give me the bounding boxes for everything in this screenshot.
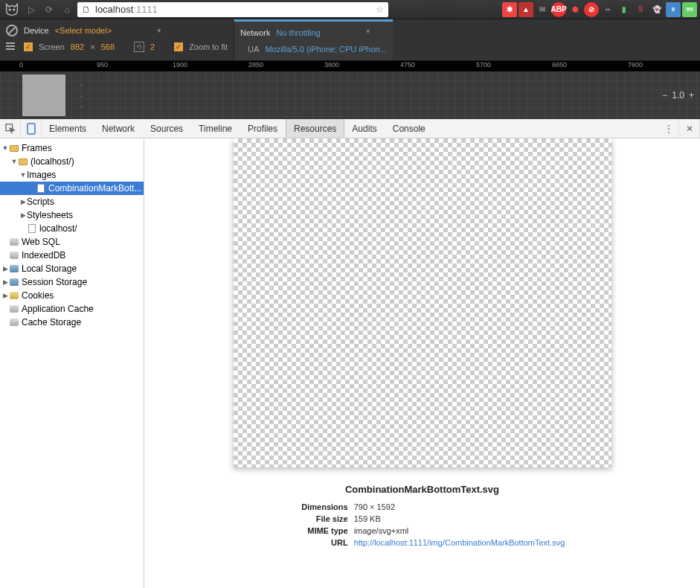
menu-icon[interactable] <box>6 42 18 52</box>
screen-height[interactable]: 568 <box>101 42 115 51</box>
device-mode-icon[interactable] <box>21 119 42 138</box>
tab-network[interactable]: Network <box>94 119 143 138</box>
zoom-checkbox[interactable]: ✓ <box>174 42 183 51</box>
viewport-ruler-area: 0 950 1900 2850 3800 4750 5700 6650 7600… <box>0 61 700 119</box>
zoom-control[interactable]: − 1.0 + <box>662 90 694 100</box>
zoom-label: Zoom to fit <box>189 42 228 51</box>
reload-button[interactable]: ⟳ <box>42 2 57 17</box>
tab-sources[interactable]: Sources <box>143 119 191 138</box>
ext-icon-11[interactable]: 0 <box>666 2 681 17</box>
tab-elements[interactable]: Elements <box>42 119 94 138</box>
tree-appcache[interactable]: Application Cache <box>0 302 144 316</box>
tab-timeline[interactable]: Timeline <box>191 119 240 138</box>
network-select[interactable]: No throttling▼ <box>276 28 370 37</box>
zoom-in-icon[interactable]: + <box>689 90 694 100</box>
tree-cachestorage[interactable]: Cache Storage <box>0 316 144 329</box>
tree-websql[interactable]: Web SQL <box>0 235 144 249</box>
more-icon[interactable]: ⋮ <box>658 119 679 138</box>
tree-images[interactable]: ▼Images <box>0 168 144 182</box>
device-label: Device <box>24 26 49 35</box>
extension-icons: ✱ ▲ ✉ ABP ⬢ ⊘ ▪▪ ▮ S 👻 0 95 <box>502 2 697 17</box>
devtools-tabbar: Elements Network Sources Timeline Profil… <box>0 119 700 138</box>
url-bar[interactable]: 🗋 localhost:1111 ☆ <box>77 2 388 17</box>
ext-icon-3[interactable]: ✉ <box>535 2 550 17</box>
tree-cookies[interactable]: ▶Cookies <box>0 289 144 302</box>
svg-point-0 <box>9 9 10 10</box>
ext-icon-8[interactable]: ▮ <box>617 2 632 17</box>
ext-icon-12[interactable]: 95 <box>682 2 697 17</box>
ext-icon-6[interactable]: ⊘ <box>584 2 599 17</box>
collapse-icon[interactable]: ▼ <box>10 158 18 165</box>
tab-audits[interactable]: Audits <box>344 119 385 138</box>
tab-resources[interactable]: Resources <box>286 119 344 138</box>
collapse-icon[interactable]: ▼ <box>1 144 9 152</box>
svg-rect-4 <box>6 48 15 50</box>
tree-localhost-file[interactable]: localhost/ <box>0 222 144 235</box>
resource-mime: image/svg+xml <box>354 526 409 538</box>
expand-icon[interactable]: ▶ <box>1 292 9 299</box>
forward-button[interactable]: ▷ <box>24 2 39 17</box>
tree-localstorage[interactable]: ▶Local Storage <box>0 262 144 275</box>
tab-console[interactable]: Console <box>385 119 434 138</box>
image-preview <box>234 138 611 467</box>
horizontal-ruler: 0 950 1900 2850 3800 4750 5700 6650 7600 <box>0 61 700 71</box>
tree-stylesheets[interactable]: ▶Stylesheets <box>0 208 144 222</box>
ua-value[interactable]: Mozilla/5.0 (iPhone; CPU iPhon... <box>265 45 386 54</box>
device-select[interactable]: <Select model>▼ <box>55 26 162 35</box>
devtools-body: ▼Frames ▼(localhost/) ▼Images Combinatio… <box>0 138 700 588</box>
vertical-ruler-marks <box>80 85 89 107</box>
collapse-icon[interactable]: ▼ <box>19 171 27 179</box>
resource-title: CombinationMarkBottomText.svg <box>345 484 499 495</box>
screen-label: Screen <box>39 42 65 51</box>
resource-meta-table: Dimensions790 × 1592 File size159 KB MIM… <box>280 502 565 550</box>
svg-rect-2 <box>6 42 15 44</box>
screen-width[interactable]: 882 <box>71 42 84 51</box>
svg-point-1 <box>13 9 15 10</box>
network-label: Network <box>240 28 270 37</box>
svg-rect-3 <box>6 45 15 47</box>
tree-scripts[interactable]: ▶Scripts <box>0 195 144 208</box>
screen-checkbox[interactable]: ✓ <box>24 42 33 51</box>
browser-toolbar: ▷ ⟳ ⌂ 🗋 localhost:1111 ☆ ✱ ▲ ✉ ABP ⬢ ⊘ ▪… <box>0 0 700 19</box>
ua-label: UA <box>248 45 259 54</box>
viewport-rect[interactable] <box>22 74 65 116</box>
disable-icon[interactable] <box>6 25 18 36</box>
ext-icon-9[interactable]: S <box>633 2 648 17</box>
ext-icon-abp[interactable]: ABP <box>551 2 566 17</box>
device-canvas[interactable]: − 1.0 + <box>0 71 700 118</box>
tree-image-file[interactable]: CombinationMarkBott... <box>0 182 144 195</box>
zoom-level: 1.0 <box>672 90 684 100</box>
resource-filesize: 159 KB <box>354 514 381 526</box>
rotate-icon[interactable]: ⟲ <box>134 42 144 52</box>
tab-profiles[interactable]: Profiles <box>240 119 286 138</box>
expand-icon[interactable]: ▶ <box>1 278 9 286</box>
zoom-out-icon[interactable]: − <box>662 90 667 100</box>
inspect-icon[interactable] <box>0 119 21 138</box>
tree-frames[interactable]: ▼Frames <box>0 141 144 155</box>
ext-icon-2[interactable]: ▲ <box>518 2 533 17</box>
ext-icon-10[interactable]: 👻 <box>649 2 664 17</box>
bookmark-star-icon[interactable]: ☆ <box>376 4 384 15</box>
resource-url-link[interactable]: http://localhost:1111/img/CombinationMar… <box>354 538 565 550</box>
resources-sidebar: ▼Frames ▼(localhost/) ▼Images Combinatio… <box>0 138 144 588</box>
resource-dimensions: 790 × 1592 <box>354 502 395 514</box>
chevron-down-icon: ▼ <box>156 28 162 34</box>
close-icon[interactable]: ✕ <box>679 119 700 138</box>
expand-icon[interactable]: ▶ <box>19 198 27 205</box>
browser-logo-icon <box>3 1 21 19</box>
tree-localhost[interactable]: ▼(localhost/) <box>0 155 144 168</box>
tree-indexeddb[interactable]: IndexedDB <box>0 249 144 262</box>
page-icon: 🗋 <box>82 4 92 15</box>
expand-icon[interactable]: ▶ <box>19 211 27 219</box>
home-button[interactable]: ⌂ <box>60 2 74 17</box>
dpr-value[interactable]: 2 <box>150 42 155 51</box>
resource-preview-pane: CombinationMarkBottomText.svg Dimensions… <box>144 138 700 588</box>
ext-icon-7[interactable]: ▪▪ <box>600 2 615 17</box>
tree-sessionstorage[interactable]: ▶Session Storage <box>0 275 144 289</box>
ext-icon-5[interactable]: ⬢ <box>568 2 582 17</box>
ext-icon-1[interactable]: ✱ <box>502 2 517 17</box>
chevron-down-icon: ▼ <box>365 28 371 37</box>
svg-rect-6 <box>28 124 35 134</box>
expand-icon[interactable]: ▶ <box>1 265 9 272</box>
device-toolbar: Device <Select model>▼ ✓ Screen 882 × 56… <box>0 19 700 61</box>
